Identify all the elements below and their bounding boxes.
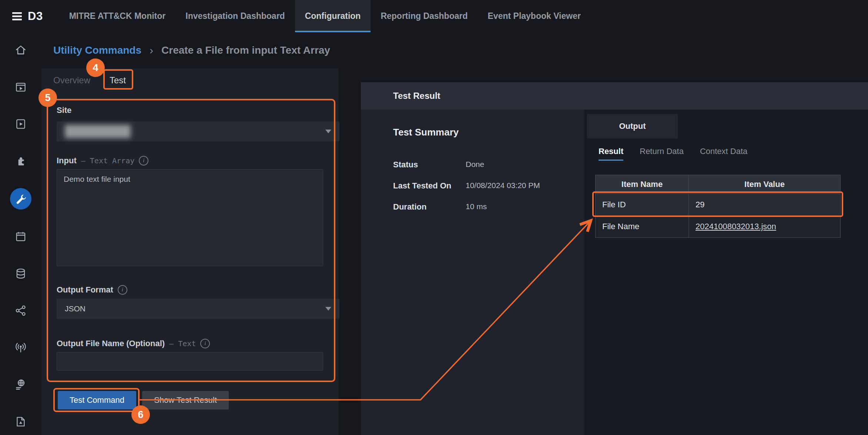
site-label-text: Site [57,106,71,115]
subtab-result[interactable]: Result [599,147,623,161]
nav-investigation-dashboard[interactable]: Investigation Dashboard [175,0,295,32]
nav-configuration[interactable]: Configuration [295,0,371,32]
annotation-step-5: 5 [38,88,57,107]
broadcast-icon [14,341,27,354]
nav-event-playbook-viewer[interactable]: Event Playbook Viewer [478,0,591,32]
command-test-panel: Overview Test Site Input – Text Array De… [41,68,339,435]
breadcrumb-current-page: Create a File from input Text Array [161,44,330,56]
tab-output[interactable]: Output [587,114,678,138]
test-summary-title: Test Summary [393,127,459,138]
result-table: Item Name Item Value File ID 29 File Nam… [595,175,841,238]
output-file-name-type-text: Text [178,339,196,348]
cell-item-value: 20241008032013.json [689,216,840,237]
top-nav-items: MITRE ATT&CK Monitor Investigation Dashb… [59,0,591,32]
subtab-return-data[interactable]: Return Data [640,147,684,161]
test-result-header: Test Result [361,82,868,110]
info-icon[interactable] [200,339,210,348]
event-monitor-icon [14,81,27,93]
schedule-icon [14,230,27,243]
summary-row-last-tested: Last Tested On 10/08/2024 03:20 PM [393,181,540,202]
file-name-link[interactable]: 20241008032013.json [696,222,776,231]
site-value-redacted [65,125,131,138]
cell-item-value: 29 [689,194,840,215]
type-separator: – [81,156,86,165]
d3-logo-bars-icon [12,11,23,21]
playbook-icon [14,118,27,130]
sidebar-item-integrations[interactable] [10,151,31,171]
site-field-label: Site [57,106,71,115]
output-subtabs: Result Return Data Context Data [599,147,747,161]
input-textarea[interactable]: Demo text file input [57,169,323,266]
database-icon [14,267,27,280]
report-alert-icon [14,415,27,428]
utility-commands-icon [14,193,27,205]
integrations-icon [14,155,27,167]
sidebar-item-link-analysis[interactable] [10,301,31,321]
left-icon-rail [0,32,41,435]
input-type-text: Text Array [90,156,134,165]
test-command-button[interactable]: Test Command [58,391,136,409]
test-result-title: Test Result [393,91,440,101]
app-window: D3 MITRE ATT&CK Monitor Investigation Da… [0,0,868,435]
summary-row-duration: Duration 10 ms [393,202,540,223]
output-file-name-input[interactable] [57,352,323,371]
info-icon[interactable] [139,156,148,165]
breadcrumb-utility-commands[interactable]: Utility Commands [53,44,141,56]
sidebar-item-report[interactable] [10,412,31,432]
chevron-down-icon [325,130,331,133]
subtab-context-data[interactable]: Context Data [700,147,747,161]
link-analysis-icon [14,304,27,317]
top-nav: D3 MITRE ATT&CK Monitor Investigation Da… [0,0,868,32]
tab-test[interactable]: Test [110,75,126,89]
breadcrumb-separator-icon: › [150,44,153,57]
cell-item-name: File ID [596,194,689,215]
summary-row-status: Status Done [393,160,540,181]
cell-item-name: File Name [596,216,689,237]
table-row-file-id[interactable]: File ID 29 [596,194,840,215]
output-format-field-label: Output Format [57,285,127,295]
output-file-name-label-text: Output File Name (Optional) [57,339,165,348]
summary-value: Done [466,160,484,169]
output-file-name-field-label: Output File Name (Optional) – Text [57,339,210,348]
summary-label: Status [393,160,466,170]
column-header-item-value: Item Value [689,175,840,194]
info-icon[interactable] [118,285,127,295]
summary-label: Duration [393,202,466,212]
sidebar-item-organization[interactable] [10,375,31,395]
summary-value: 10 ms [466,202,487,211]
type-separator: – [169,339,174,348]
home-icon [14,44,27,56]
sidebar-item-schedule[interactable] [10,227,31,247]
annotation-step-4: 4 [86,58,105,77]
sidebar-item-playbook[interactable] [10,114,31,134]
globe-icon [14,378,27,391]
sidebar-item-utility-commands[interactable] [10,188,31,210]
chevron-down-icon [325,307,331,311]
input-label-text: Input [57,156,77,165]
sidebar-item-database[interactable] [10,264,31,284]
summary-value: 10/08/2024 03:20 PM [466,181,540,190]
nav-mitre-attack-monitor[interactable]: MITRE ATT&CK Monitor [59,0,176,32]
show-test-result-button[interactable]: Show Test Result [142,391,229,409]
breadcrumb: Utility Commands › Create a File from in… [41,32,330,68]
output-format-dropdown[interactable]: JSON [57,299,339,319]
d3-logo-text: D3 [28,10,43,23]
test-summary-rows: Status Done Last Tested On 10/08/2024 03… [393,160,540,223]
input-field-label: Input – Text Array [57,156,148,165]
sidebar-item-broadcast[interactable] [10,338,31,358]
output-format-value: JSON [65,304,86,313]
column-header-item-name: Item Name [596,175,689,194]
annotation-step-6: 6 [131,405,150,424]
output-format-label-text: Output Format [57,285,113,295]
summary-label: Last Tested On [393,181,466,191]
sidebar-item-event-monitor[interactable] [10,77,31,97]
d3-logo[interactable]: D3 [0,0,59,32]
nav-reporting-dashboard[interactable]: Reporting Dashboard [371,0,477,32]
site-dropdown[interactable] [57,121,339,141]
tab-overview[interactable]: Overview [53,75,90,86]
table-header-row: Item Name Item Value [596,175,840,194]
sidebar-item-home[interactable] [10,40,31,60]
table-row-file-name[interactable]: File Name 20241008032013.json [596,215,840,237]
